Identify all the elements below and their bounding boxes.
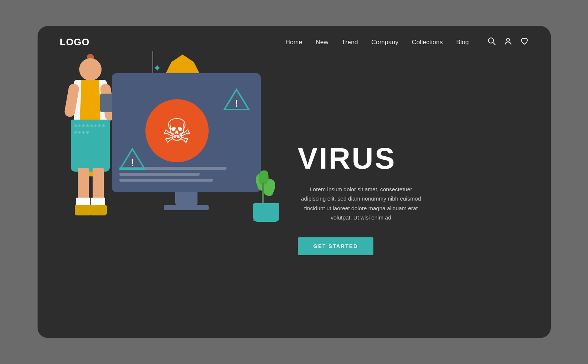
- svg-point-2: [507, 38, 510, 41]
- warning-icon-top-right: !: [224, 88, 250, 110]
- plant-wave: 〜〜〜: [253, 217, 268, 225]
- heart-icon[interactable]: [520, 37, 528, 47]
- cta-button[interactable]: GET STARTED: [298, 237, 374, 255]
- person-leg-left: [78, 168, 89, 201]
- user-icon[interactable]: [504, 37, 512, 47]
- nav-item-trend[interactable]: Trend: [342, 39, 358, 46]
- skull-icon: ☠: [145, 99, 209, 162]
- nav-item-blog[interactable]: Blog: [456, 39, 469, 46]
- svg-line-1: [493, 42, 495, 45]
- nav-item-collections[interactable]: Collections: [412, 39, 443, 46]
- nav-item-home[interactable]: Home: [285, 39, 302, 46]
- nav-item-company[interactable]: Company: [372, 39, 399, 46]
- right-content: VIRUS Lorem ipsum dolor sit amet, consec…: [283, 58, 551, 338]
- main-content: ✦ ✦ ✦: [38, 58, 551, 338]
- plant-decoration: 〜〜〜: [250, 170, 283, 222]
- hero-title: VIRUS: [298, 142, 525, 176]
- person-skirt: [71, 120, 110, 172]
- person-shoe-left: [75, 205, 92, 215]
- monitor-stand: [175, 192, 197, 205]
- monitor-screen: ☠ ! !: [112, 73, 261, 192]
- person-shoe-right: [90, 205, 107, 215]
- navigation: LOGO Home New Trend Company Collections …: [38, 26, 551, 58]
- main-card: LOGO Home New Trend Company Collections …: [38, 26, 551, 338]
- nav-links: Home New Trend Company Collections Blog: [285, 39, 469, 46]
- person-leg-right: [93, 168, 104, 201]
- nav-actions: [488, 37, 528, 47]
- warning-icon-bottom-left: !: [119, 147, 145, 170]
- svg-text:!: !: [235, 98, 238, 109]
- person-head: [79, 58, 102, 81]
- hero-description: Lorem ipsum dolor sit amet, consectetuer…: [298, 185, 424, 222]
- monitor-illustration: ☠ ! !: [112, 73, 261, 211]
- monitor-base: [164, 205, 209, 210]
- illustration-area: ✦ ✦ ✦: [38, 58, 283, 338]
- svg-text:!: !: [131, 157, 134, 168]
- plant-stem: [262, 183, 264, 205]
- search-icon[interactable]: [488, 37, 496, 47]
- nav-item-new[interactable]: New: [316, 39, 328, 46]
- logo: LOGO: [60, 36, 90, 48]
